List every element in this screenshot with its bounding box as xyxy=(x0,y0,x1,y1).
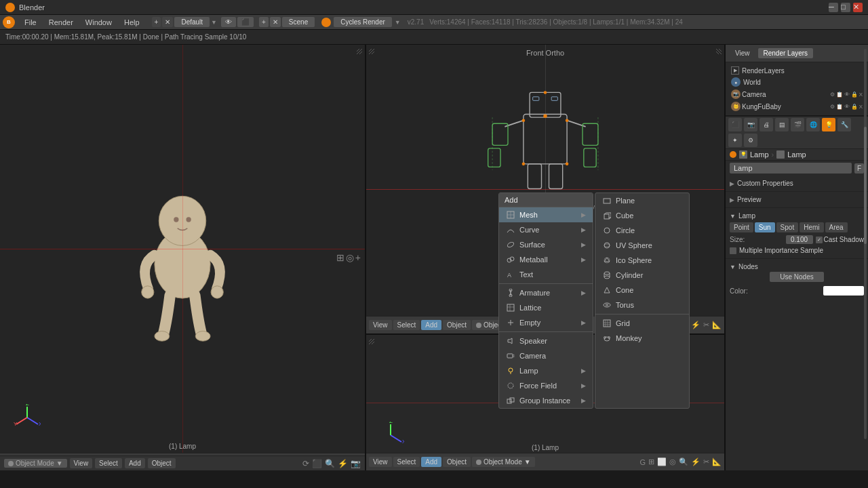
bottom-viewport[interactable]: Right Ortho X Z (1) Lamp xyxy=(366,335,724,470)
bottom-select-btn[interactable]: Select xyxy=(393,457,420,467)
render-layers-tab[interactable]: Render Layers xyxy=(758,48,814,58)
bottom-object-btn[interactable]: Object xyxy=(443,457,471,467)
size-value[interactable]: 0.100 xyxy=(786,235,813,244)
bottom-add-btn[interactable]: Add xyxy=(421,457,441,467)
minimize-button[interactable]: ─ xyxy=(829,3,838,12)
view-tab[interactable]: View xyxy=(730,48,755,58)
mesh-icosphere[interactable]: Ico Sphere xyxy=(595,253,689,268)
file-menu[interactable]: File xyxy=(19,17,42,28)
scene-props-icon2[interactable]: 🎬 xyxy=(791,118,804,131)
multiple-importance-checkbox[interactable] xyxy=(730,247,736,254)
color-swatch[interactable] xyxy=(823,286,864,296)
close-button[interactable]: ✕ xyxy=(853,3,863,12)
lamp-name-input[interactable]: Lamp xyxy=(730,163,852,174)
lamp-f-shortcut[interactable]: F xyxy=(854,163,864,174)
svg-rect-25 xyxy=(533,97,539,101)
left-viewport[interactable]: X Z Y (1) Lamp ⊞ ◎ + Object Mode ▼ View xyxy=(0,45,366,470)
use-nodes-button[interactable]: Use Nodes xyxy=(770,272,824,282)
add-menu-lattice[interactable]: Lattice xyxy=(499,300,593,315)
preview-header[interactable]: ▶ Preview xyxy=(730,195,864,205)
layer-world[interactable]: ● World xyxy=(730,76,864,88)
add-menu-mesh[interactable]: Mesh ▶ xyxy=(499,207,593,222)
help-menu[interactable]: Help xyxy=(119,17,145,28)
particles-icon[interactable]: ✦ xyxy=(728,134,742,147)
right-panel-scrollbar[interactable] xyxy=(864,49,867,439)
cycles-icon xyxy=(321,18,331,27)
status-text: Time:00:00.20 | Mem:15.81M, Peak:15.81M … xyxy=(5,33,246,41)
layout-selector[interactable]: + ✕ Default ▼ xyxy=(152,17,217,27)
object-props-icon[interactable]: 💡 xyxy=(822,118,835,131)
lamp-type-point[interactable]: Point xyxy=(730,222,753,232)
kungfubaby-label: KungFuBaby xyxy=(742,103,781,110)
add-menu-lamp[interactable]: Lamp ▶ xyxy=(499,363,593,378)
mesh-uvsphere[interactable]: UV Sphere xyxy=(595,238,689,253)
svg-point-70 xyxy=(604,243,610,248)
render-menu[interactable]: Render xyxy=(43,17,79,28)
svg-point-30 xyxy=(544,91,547,94)
layer-kungfubaby[interactable]: 👶 KungFuBaby ⚙ 📋 👁 🔒 X xyxy=(730,100,864,113)
vp-btn-view[interactable]: View xyxy=(70,458,93,468)
resize-handle-tr[interactable] xyxy=(716,47,722,56)
mesh-grid[interactable]: Grid xyxy=(595,316,689,331)
object-mode-indicator[interactable]: Object Mode ▼ xyxy=(4,459,67,468)
size-label: Size: xyxy=(730,236,783,243)
mesh-circle[interactable]: Circle xyxy=(595,223,689,238)
top-view-btn[interactable]: View xyxy=(369,320,392,330)
svg-point-62 xyxy=(508,383,513,388)
bottom-object-mode[interactable]: Object Mode ▼ xyxy=(472,457,535,467)
view-layer-icon[interactable]: ▤ xyxy=(775,118,789,131)
lamp-type-area[interactable]: Area xyxy=(825,222,848,232)
vp-btn-select[interactable]: Select xyxy=(95,458,122,468)
window-menu[interactable]: Window xyxy=(80,17,117,28)
modifier-props-icon[interactable]: 🔧 xyxy=(837,118,851,131)
mesh-cube[interactable]: Cube xyxy=(595,208,689,223)
mesh-monkey[interactable]: Monkey xyxy=(595,331,689,346)
add-menu-camera[interactable]: Camera xyxy=(499,348,593,363)
cone-icon xyxy=(602,285,612,295)
add-menu-metaball[interactable]: Metaball ▶ xyxy=(499,252,593,267)
bottom-view-btn[interactable]: View xyxy=(369,457,392,467)
cast-shadow-checkbox[interactable]: ✓ xyxy=(816,237,823,243)
add-menu-surface[interactable]: Surface ▶ xyxy=(499,237,593,252)
force-field-arrow: ▶ xyxy=(581,382,586,389)
add-menu-text[interactable]: A Text xyxy=(499,267,593,282)
add-dropdown-panel[interactable]: Add Mesh ▶ Curve xyxy=(498,192,593,409)
render-engine-selector[interactable]: Cycles Render ▼ xyxy=(321,17,401,27)
mesh-plane[interactable]: Plane xyxy=(595,193,689,208)
scrollbar-thumb[interactable] xyxy=(864,127,867,244)
vp-btn-object[interactable]: Object xyxy=(148,458,176,468)
add-menu-armature[interactable]: Armature ▶ xyxy=(499,285,593,300)
custom-props-header[interactable]: ▶ Custom Properties xyxy=(730,178,864,188)
lamp-section-header[interactable]: ▼ Lamp xyxy=(730,211,864,221)
world-props-icon[interactable]: 🌐 xyxy=(806,118,820,131)
mesh-torus[interactable]: Torus xyxy=(595,298,689,312)
mesh-submenu-panel[interactable]: Plane Cube Circle xyxy=(595,192,690,409)
layer-camera[interactable]: 📷 Camera ⚙ 📋 👁 🔒 X xyxy=(730,88,864,100)
resize-handle-bl[interactable] xyxy=(369,338,374,346)
add-menu-curve[interactable]: Curve ▶ xyxy=(499,222,593,237)
top-add-btn[interactable]: Add xyxy=(421,320,441,330)
top-select-btn[interactable]: Select xyxy=(393,320,420,330)
resize-handle-top-left[interactable] xyxy=(369,47,374,56)
mesh-cylinder[interactable]: Cylinder xyxy=(595,268,689,283)
lamp-type-spot[interactable]: Spot xyxy=(776,222,799,232)
scene-props-icon[interactable]: ⬛ xyxy=(728,118,742,131)
physics-icon[interactable]: ⚙ xyxy=(744,134,757,147)
output-props-icon[interactable]: 🖨 xyxy=(760,118,773,131)
lamp-type-hemi[interactable]: Hemi xyxy=(800,222,823,232)
add-menu-group-instance[interactable]: Group Instance ▶ xyxy=(499,393,593,408)
nodes-header[interactable]: ▼ Nodes xyxy=(730,262,864,272)
top-object-btn[interactable]: Object xyxy=(443,320,471,330)
add-menu-force-field[interactable]: Force Field ▶ xyxy=(499,378,593,393)
lamp-type-sun[interactable]: Sun xyxy=(755,222,775,232)
vp-btn-add[interactable]: Add xyxy=(125,458,145,468)
render-props-icon[interactable]: 📷 xyxy=(744,118,757,131)
add-menu-speaker[interactable]: Speaker xyxy=(499,333,593,348)
add-menu-empty[interactable]: Empty ▶ xyxy=(499,315,593,330)
viewport-right-tools: ⟳ ⬛ 🔍 ⚡ 📷 xyxy=(302,459,361,468)
maximize-button[interactable]: □ xyxy=(841,3,850,12)
layer-render-layers[interactable]: ▶ RenderLayers xyxy=(730,65,864,76)
scene-selector[interactable]: + ✕ Scene xyxy=(259,17,315,27)
mesh-cone[interactable]: Cone xyxy=(595,283,689,298)
3d-viewport-left[interactable]: X Z Y xyxy=(0,45,365,453)
